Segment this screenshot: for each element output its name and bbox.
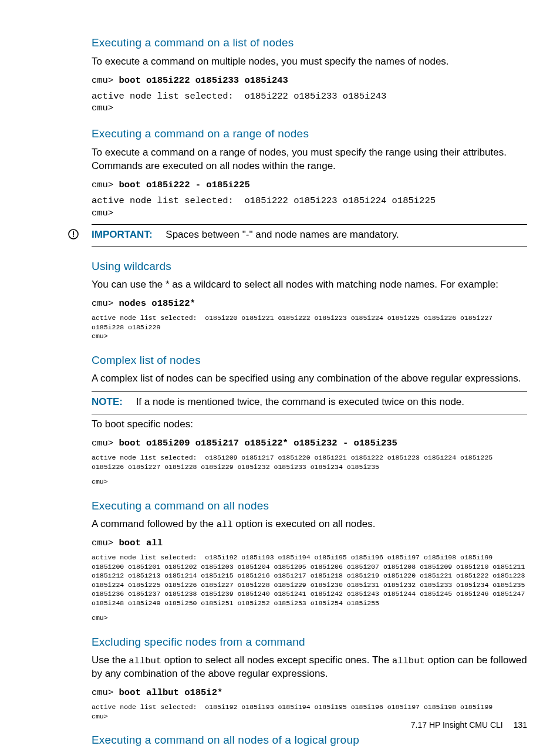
code-complex-out: active node list selected: o185i209 o185… bbox=[92, 453, 527, 471]
divider bbox=[92, 414, 527, 414]
note-label: NOTE: bbox=[92, 396, 123, 407]
code-exec-range-cmd: cmu> boot o185i222 - o185i225 bbox=[92, 179, 527, 191]
code-exclude-cmd: cmu> boot allbut o185i2* bbox=[92, 687, 527, 699]
heading-wildcards: Using wildcards bbox=[92, 259, 527, 274]
para-exec-list: To execute a command on multiple nodes, … bbox=[92, 55, 527, 69]
para-wildcards: You can use the * as a wildcard to selec… bbox=[92, 278, 527, 292]
svg-rect-2 bbox=[73, 235, 74, 237]
important-callout: IMPORTANT: Spaces between "-" and node n… bbox=[92, 228, 527, 242]
code-wildcards-cmd: cmu> nodes o185i22* bbox=[92, 298, 527, 310]
code-exclude-out: active node list selected: o185i192 o185… bbox=[92, 703, 527, 721]
note-callout: NOTE: If a node is mentioned twice, the … bbox=[92, 396, 527, 409]
para-exclude: Use the allbut option to select all node… bbox=[92, 654, 527, 681]
important-label: IMPORTANT: bbox=[92, 229, 153, 240]
note-text: If a node is mentioned twice, the comman… bbox=[136, 396, 464, 407]
heading-complex: Complex list of nodes bbox=[92, 353, 527, 368]
divider bbox=[92, 247, 527, 247]
important-text: Spaces between "-" and node names are ma… bbox=[166, 229, 399, 240]
code-exec-list-cmd: cmu> boot o185i222 o185i233 o185i243 bbox=[92, 75, 527, 87]
code-exec-list-out: active node list selected: o185i222 o185… bbox=[92, 90, 527, 115]
code-exec-range-out: active node list selected: o185i222 o185… bbox=[92, 195, 527, 220]
heading-exec-list: Executing a command on a list of nodes bbox=[92, 35, 527, 50]
code-complex-cmd: cmu> boot o185i209 o185i217 o185i22* o18… bbox=[92, 437, 527, 450]
important-icon bbox=[68, 229, 79, 239]
footer-section: 7.17 HP Insight CMU CLI bbox=[411, 720, 503, 730]
page-footer: 7.17 HP Insight CMU CLI 131 bbox=[411, 720, 527, 731]
footer-page-number: 131 bbox=[514, 720, 527, 730]
divider bbox=[92, 224, 527, 225]
code-all-cmd: cmu> boot all bbox=[92, 537, 527, 549]
para-complex-2: To boot specific nodes: bbox=[92, 418, 527, 431]
code-all-out: active node list selected: o185i192 o185… bbox=[92, 553, 527, 607]
heading-exclude: Excluding specific nodes from a command bbox=[92, 634, 527, 650]
code-wildcards-out: active node list selected: o185i220 o185… bbox=[92, 313, 527, 341]
code-complex-end: cmu> bbox=[92, 477, 527, 487]
heading-group: Executing a command on all nodes of a lo… bbox=[92, 733, 527, 746]
divider bbox=[92, 391, 527, 392]
document-page: Executing a command on a list of nodes T… bbox=[0, 0, 560, 746]
para-all: A command followed by the all option is … bbox=[92, 518, 527, 531]
code-all-end: cmu> bbox=[92, 613, 527, 623]
para-exec-range: To execute a command on a range of nodes… bbox=[92, 146, 527, 173]
heading-all: Executing a command on all nodes bbox=[92, 498, 527, 514]
svg-rect-1 bbox=[73, 231, 74, 235]
para-complex: A complex list of nodes can be specified… bbox=[92, 372, 527, 386]
heading-exec-range: Executing a command on a range of nodes bbox=[92, 126, 527, 141]
